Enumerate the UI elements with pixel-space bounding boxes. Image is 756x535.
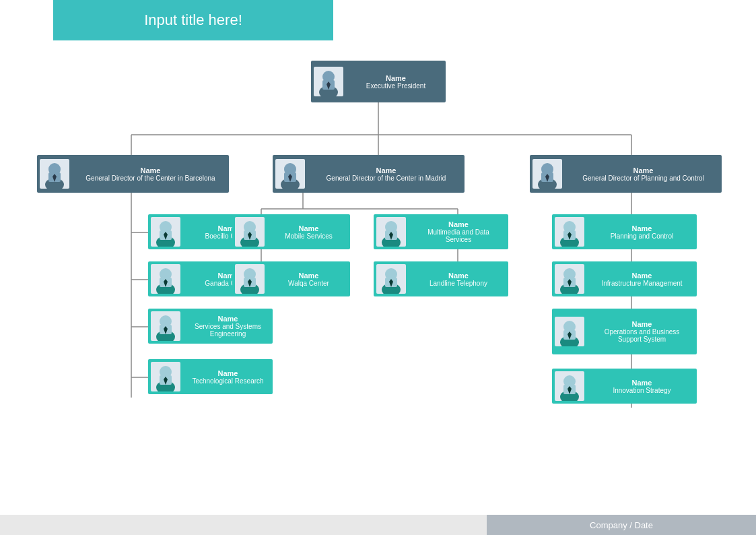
node-cr-0: Name Multimedia and Data Services (374, 214, 508, 249)
node-lc3-text: Name Technological Research (183, 367, 273, 387)
avatar-center (275, 159, 305, 189)
avatar-left (40, 159, 69, 189)
node-left-text: Name General Director of the Center in B… (72, 164, 229, 185)
footer-bar: Company / Date (0, 515, 756, 535)
avatar-rc0 (555, 217, 584, 247)
avatar-right (532, 159, 562, 189)
avatar-cc0 (235, 217, 265, 247)
node-right: Name General Director of Planning and Co… (530, 155, 722, 193)
orgchart-container: Name Executive President Name General Di… (0, 40, 756, 515)
avatar-rc1 (555, 264, 584, 294)
avatar-lc1 (151, 264, 180, 294)
footer-label: Company / Date (487, 515, 756, 535)
avatar-lc2 (151, 311, 180, 341)
avatar-root (314, 67, 343, 96)
node-rc-1: Name Infrastructure Management (552, 261, 697, 296)
node-rc2-text: Name Operations and Business Support Sys… (587, 317, 697, 346)
page-title: Input title here! (144, 11, 242, 29)
node-left: Name General Director of the Center in B… (37, 155, 229, 193)
avatar-lc3 (151, 362, 180, 391)
node-root: Name Executive President (311, 61, 446, 102)
node-cc0-text: Name Mobile Services (267, 222, 350, 243)
node-rc3-text: Name Innovation Strategy (587, 376, 697, 397)
node-center: Name General Director of the Center in M… (273, 155, 465, 193)
node-right-text: Name General Director of Planning and Co… (565, 164, 722, 185)
node-root-text: Name Executive President (346, 71, 446, 92)
avatar-cc1 (235, 264, 265, 294)
node-rc1-text: Name Infrastructure Management (587, 269, 697, 290)
node-rc-3: Name Innovation Strategy (552, 369, 697, 404)
footer-text: Company / Date (590, 520, 653, 530)
avatar-lc0 (151, 217, 180, 247)
node-lc2-text: Name Services and Systems Engineering (183, 312, 273, 340)
node-rc0-text: Name Planning and Control (587, 222, 697, 243)
node-cr-1: Name Landline Telephony (374, 261, 508, 296)
node-cc-1: Name Walqa Center (232, 261, 350, 296)
node-cr0-text: Name Multimedia and Data Services (409, 218, 508, 246)
avatar-rc2 (555, 317, 584, 346)
node-rc-0: Name Planning and Control (552, 214, 697, 249)
avatar-rc3 (555, 371, 584, 401)
node-center-text: Name General Director of the Center in M… (308, 164, 465, 185)
avatar-cr0 (376, 217, 406, 247)
node-cr1-text: Name Landline Telephony (409, 269, 508, 290)
avatar-cr1 (376, 264, 406, 294)
node-cc-0: Name Mobile Services (232, 214, 350, 249)
header-bar: Input title here! (53, 0, 333, 40)
node-left-child-3: Name Technological Research (148, 359, 273, 394)
node-left-child-2: Name Services and Systems Engineering (148, 309, 273, 344)
node-rc-2: Name Operations and Business Support Sys… (552, 309, 697, 354)
node-cc1-text: Name Walqa Center (267, 269, 350, 290)
